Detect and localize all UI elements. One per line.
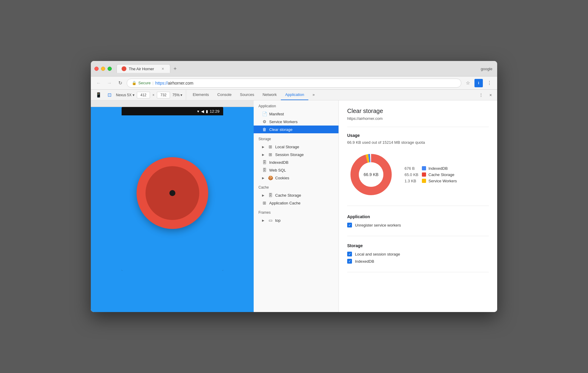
legend-label-cache-storage: Cache Storage [428,172,454,177]
sidebar-item-frames-top[interactable]: ▶ ▭ top [254,216,339,224]
bookmark-button[interactable]: ☆ [464,79,472,87]
tab-more[interactable]: » [308,90,319,100]
phone-frame: ▾ ◀ ▮ 12:29 [122,107,223,271]
devtools-right-icons: ⋮ × [474,91,497,99]
checkbox-unregister-sw-label: Unregister service workers [355,223,401,227]
sidebar-item-clear-storage[interactable]: 🗑 Clear storage [254,126,339,133]
donut-label: 66.9 KB [364,172,379,177]
clock: 12:29 [210,109,220,114]
chart-area: 66.9 KB 676 B IndexedDB 65.0 KB Cache St… [347,151,489,206]
device-name[interactable]: Nexus 5X ▾ [116,93,134,97]
checkbox-local-session-storage: ✓ Local and session storage [347,250,489,258]
traffic-lights [94,67,112,71]
sidebar-item-session-storage[interactable]: ▶ ⊞ Session Storage [254,151,339,158]
legend-color-service-workers [422,179,426,183]
devtools-close-button[interactable]: × [486,91,495,99]
legend-item-service-workers: 1.3 KB Service Workers [405,179,457,183]
sidebar-section-storage: Storage [254,133,339,143]
vinyl-inner [146,166,199,220]
legend-item-cache-storage: 65.0 KB Cache Storage [405,172,457,177]
panel-title: Clear storage [347,108,489,114]
secure-icon: 🔒 [132,81,137,85]
extension-button[interactable]: i [474,79,483,87]
cookies-icon: 🍪 [268,175,273,180]
width-input[interactable] [137,92,150,98]
arrow-icon: ▶ [262,153,264,156]
sidebar-item-application-cache[interactable]: ⊞ Application Cache [254,199,339,207]
legend-color-cache-storage [422,172,426,177]
legend-item-indexeddb: 676 B IndexedDB [405,166,457,171]
arrow-icon: ▶ [262,219,264,222]
device-mode-icon[interactable]: 📱 [94,91,103,99]
sidebar-item-cache-storage[interactable]: ▶ 🗄 Cache Storage [254,191,339,199]
sidebar-label-top: top [275,218,281,223]
sidebar-label-manifest: Manifest [269,112,284,116]
panel-url: https://airhorner.com [347,116,489,127]
device-dropdown-icon: ▾ [133,93,134,97]
checkbox-unregister-sw-box[interactable]: ✓ [347,223,352,227]
sidebar-item-web-sql[interactable]: 🗄 Web SQL [254,166,339,174]
browser-menu-button[interactable]: ⋮ [485,79,494,87]
local-storage-icon: ⊞ [268,144,273,149]
sidebar-section-application: Application [254,100,339,110]
arrow-icon: ▶ [262,145,264,149]
ruler [91,100,254,107]
vinyl-center [169,190,175,196]
sidebar-label-session-storage: Session Storage [275,152,304,157]
cursor-icon[interactable]: ⊡ [105,91,114,99]
forward-button[interactable]: → [105,79,114,87]
legend-color-indexeddb [422,166,426,170]
application-cache-icon: ⊞ [262,201,267,205]
legend-value-cache-storage: 65.0 KB [405,172,419,177]
arrow-icon: ▶ [262,176,264,180]
service-workers-icon: ⚙ [262,119,267,124]
tab-close-button[interactable]: × [160,66,165,71]
sidebar-label-application-cache: Application Cache [269,201,301,205]
sidebar-label-local-storage: Local Storage [275,145,299,149]
zoom-dropdown-icon: ▾ [180,93,182,97]
checkbox-indexeddb-box[interactable]: ✓ [347,259,352,264]
sidebar-item-cookies[interactable]: ▶ 🍪 Cookies [254,174,339,182]
checkbox-unregister-sw: ✓ Unregister service workers [347,221,489,229]
legend-label-indexeddb: IndexedDB [428,166,448,171]
new-tab-button[interactable]: + [170,65,180,73]
main-panel: Clear storage https://airhorner.com Usag… [339,100,497,312]
close-traffic-light[interactable] [94,67,99,71]
phone-screen [122,115,223,271]
reload-button[interactable]: ↻ [116,79,124,87]
tab-network[interactable]: Network [258,90,281,100]
tab-console[interactable]: Console [213,90,236,100]
back-button[interactable]: ← [94,79,103,87]
sidebar-item-indexeddb[interactable]: 🗄 IndexedDB [254,158,339,166]
checkbox-indexeddb-label: IndexedDB [355,259,374,264]
sidebar-label-clear-storage: Clear storage [269,127,293,132]
sidebar-item-manifest[interactable]: 📄 Manifest [254,110,339,118]
address-input[interactable]: 🔒 Secure | https://airhorner.com [127,79,461,88]
zoom-select[interactable]: 75% ▾ [172,93,182,97]
checkmark-icon: ✓ [348,224,351,227]
height-input[interactable] [157,92,170,98]
devtools-kebab-menu[interactable]: ⋮ [477,91,485,99]
tab-application[interactable]: Application [281,90,308,100]
tab-elements[interactable]: Elements [189,90,213,100]
frame-icon: ▭ [268,218,273,223]
checkmark-icon: ✓ [348,260,351,263]
clear-storage-icon: 🗑 [262,127,267,132]
devtools-toolbar: 📱 ⊡ Nexus 5X ▾ × 75% ▾ Elements Console … [91,90,497,100]
battery-icon: ▮ [206,109,208,114]
tab-title: The Air Horner [129,67,154,71]
legend-value-indexeddb: 676 B [405,166,419,171]
devtools-tabs: Elements Console Sources Network Applica… [186,90,474,100]
checkbox-local-session-box[interactable]: ✓ [347,252,352,256]
maximize-traffic-light[interactable] [108,67,112,71]
browser-tab[interactable]: The Air Horner × [117,64,170,73]
url-domain: airhorner.com [168,81,194,85]
manifest-icon: 📄 [262,111,267,116]
sidebar-item-service-workers[interactable]: ⚙ Service Workers [254,118,339,126]
sidebar-item-local-storage[interactable]: ▶ ⊞ Local Storage [254,143,339,151]
minimize-traffic-light[interactable] [101,67,105,71]
preview-pane: ▾ ◀ ▮ 12:29 [91,100,254,312]
sidebar-label-service-workers: Service Workers [269,120,298,124]
tab-sources[interactable]: Sources [236,90,258,100]
indexeddb-icon: 🗄 [262,160,267,165]
